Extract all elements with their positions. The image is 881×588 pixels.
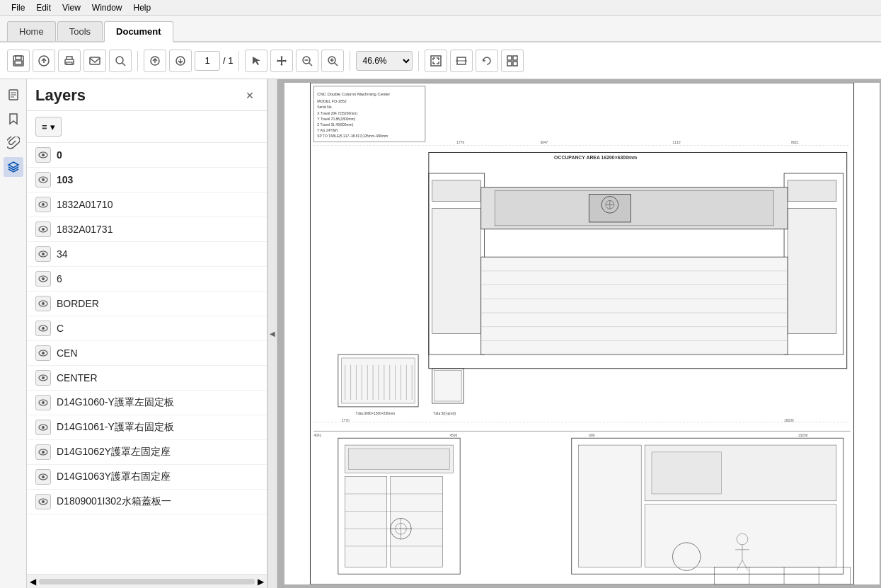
layer-name-label: 1832A01731 <box>57 224 113 235</box>
pan-tool-button[interactable] <box>270 50 293 72</box>
layer-item[interactable]: 34 <box>27 242 267 267</box>
layer-item[interactable]: BORDER <box>27 292 267 316</box>
svg-point-45 <box>42 327 45 330</box>
scroll-left-button[interactable]: ◀ <box>30 577 36 587</box>
upload-button[interactable] <box>33 50 55 72</box>
layer-item[interactable]: D14G1061-Y護罩右固定板 <box>27 415 267 440</box>
menu-edit[interactable]: Edit <box>30 1 57 14</box>
layer-item[interactable]: CEN <box>27 341 267 366</box>
layer-visibility-button[interactable] <box>35 494 51 509</box>
layers-close-button[interactable]: × <box>241 87 258 104</box>
layer-visibility-button[interactable] <box>35 469 51 485</box>
grid-button[interactable] <box>501 50 524 72</box>
page-thumbnail-button[interactable] <box>4 85 23 105</box>
tab-home[interactable]: Home <box>7 21 56 41</box>
collapse-arrow-icon: ◀ <box>270 330 275 338</box>
svg-rect-81 <box>788 180 836 202</box>
layer-item[interactable]: 0 <box>27 143 267 168</box>
layer-visibility-button[interactable] <box>35 420 51 435</box>
layers-button[interactable] <box>4 157 23 177</box>
layer-visibility-button[interactable] <box>35 321 51 336</box>
menu-window[interactable]: Window <box>86 1 128 14</box>
layer-name-label: 34 <box>57 248 68 260</box>
layer-item[interactable]: D14G1063Y護罩右固定座 <box>27 465 267 490</box>
layer-item[interactable]: 6 <box>27 267 267 292</box>
layer-item[interactable]: 103 <box>27 168 267 192</box>
layer-item[interactable]: 1832A01731 <box>27 217 267 242</box>
print-button[interactable] <box>58 50 81 72</box>
svg-text:SP TO TABLE(5.317~38.817)135mm: SP TO TABLE(5.317~38.817)135mm~990mm <box>317 134 388 138</box>
menu-help[interactable]: Help <box>128 1 157 14</box>
svg-point-7 <box>116 57 123 64</box>
menu-file[interactable]: File <box>6 1 30 14</box>
layer-item[interactable]: C <box>27 316 267 341</box>
svg-rect-23 <box>507 62 512 66</box>
prev-page-button[interactable] <box>144 50 166 72</box>
email-button[interactable] <box>84 50 106 72</box>
layer-item[interactable]: D14G1060-Y護罩左固定板 <box>27 391 267 415</box>
layer-visibility-button[interactable] <box>35 444 51 460</box>
svg-point-55 <box>42 451 45 454</box>
layer-name-label: D14G1062Y護罩左固定座 <box>57 446 171 459</box>
panel-collapse-handle[interactable]: ◀ <box>267 79 277 588</box>
layer-name-label: C <box>57 323 64 334</box>
layer-visibility-button[interactable] <box>35 221 51 237</box>
separator-4 <box>418 51 419 71</box>
tab-tools[interactable]: Tools <box>57 21 103 41</box>
zoom-in-button[interactable] <box>321 50 344 72</box>
layer-item[interactable]: 1832A01710 <box>27 192 267 217</box>
svg-point-41 <box>42 277 45 280</box>
layer-visibility-button[interactable] <box>35 296 51 311</box>
fit-width-button[interactable] <box>450 50 473 72</box>
svg-point-51 <box>42 401 45 404</box>
svg-text:1770: 1770 <box>342 419 350 422</box>
layer-name-label: BORDER <box>57 298 99 309</box>
layer-item[interactable]: D1809001I302水箱蓋板一 <box>27 490 267 514</box>
svg-text:18200: 18200 <box>784 419 794 422</box>
layer-item[interactable]: D14G1062Y護罩左固定座 <box>27 440 267 465</box>
cursor-tool-button[interactable] <box>245 50 267 72</box>
zoom-out-button[interactable] <box>296 50 318 72</box>
attachment-button[interactable] <box>4 133 23 153</box>
svg-rect-123 <box>391 476 443 567</box>
svg-text:X Travel     204.72(5200mm): X Travel 204.72(5200mm) <box>317 112 357 115</box>
fit-page-button[interactable] <box>425 50 447 72</box>
next-page-button[interactable] <box>169 50 192 72</box>
layer-visibility-button[interactable] <box>35 395 51 410</box>
svg-line-17 <box>335 63 338 66</box>
svg-rect-90 <box>481 257 788 354</box>
svg-rect-21 <box>507 56 512 60</box>
svg-text:T.dia 5(I)-pro(I): T.dia 5(I)-pro(I) <box>433 412 456 415</box>
rotate-button[interactable] <box>476 50 498 72</box>
svg-text:MODEL         FD-1852: MODEL FD-1852 <box>317 99 347 103</box>
layer-visibility-button[interactable] <box>35 271 51 287</box>
page-number-input[interactable] <box>195 51 220 71</box>
layers-list[interactable]: 01031832A017101832A01731346BORDERCCENCEN… <box>27 143 267 574</box>
layer-visibility-button[interactable] <box>35 197 51 212</box>
bookmark-button[interactable] <box>4 109 23 129</box>
save-button[interactable] <box>7 50 30 72</box>
layer-visibility-button[interactable] <box>35 370 51 386</box>
layer-visibility-button[interactable] <box>35 246 51 262</box>
layers-header: Layers × <box>27 79 267 111</box>
svg-rect-98 <box>342 358 415 403</box>
svg-marker-29 <box>8 162 18 168</box>
drawing-page: CNC Double Column Machining Center MODEL… <box>284 83 880 584</box>
svg-text:1770: 1770 <box>456 141 464 144</box>
svg-text:Y AG            24T(W): Y AG 24T(W) <box>317 129 338 132</box>
svg-line-8 <box>122 63 125 66</box>
layer-visibility-button[interactable] <box>35 172 51 188</box>
zoom-select[interactable]: 46.6% 25% 50% 75% 100% 150% 200% <box>356 51 413 71</box>
layers-menu-button[interactable]: ≡ ▾ <box>35 117 62 137</box>
tab-bar: Home Tools Document <box>0 16 881 42</box>
search-button[interactable] <box>109 50 132 72</box>
layer-visibility-button[interactable] <box>35 345 51 361</box>
page-navigation: / 1 <box>195 51 233 71</box>
scroll-right-button[interactable]: ▶ <box>258 577 264 587</box>
document-area[interactable]: CNC Double Column Machining Center MODEL… <box>277 79 881 588</box>
tab-document[interactable]: Document <box>104 21 173 42</box>
layer-item[interactable]: CENTER <box>27 366 267 391</box>
layer-visibility-button[interactable] <box>35 147 51 163</box>
layers-title: Layers <box>35 86 86 105</box>
menu-view[interactable]: View <box>57 1 86 14</box>
